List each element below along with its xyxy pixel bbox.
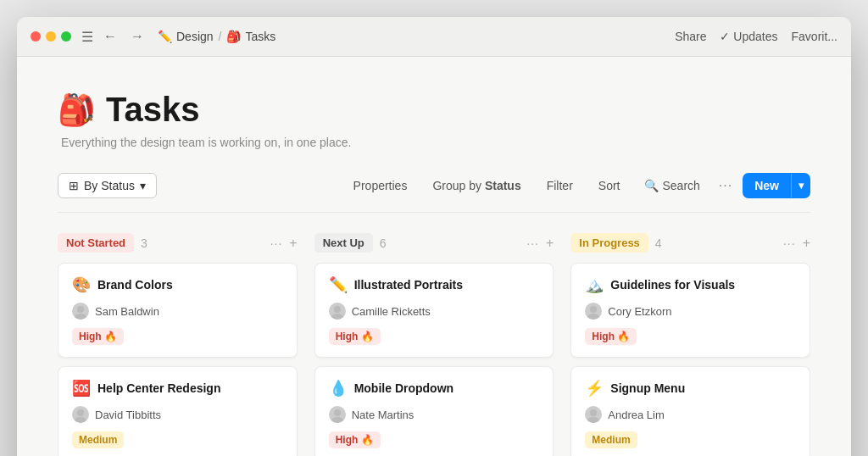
- group-by-button[interactable]: Group by Status: [422, 174, 531, 197]
- column-more-in-progress[interactable]: ···: [780, 235, 799, 252]
- avatar: [585, 303, 602, 320]
- column-header-not-started: Not Started 3 ··· +: [58, 233, 298, 253]
- svg-point-6: [334, 409, 341, 416]
- toolbar: ⊞ By Status ▾ Properties Group by Status…: [58, 173, 810, 213]
- more-options-button[interactable]: ···: [714, 175, 737, 197]
- column-status-not-started: Not Started: [58, 233, 134, 253]
- tasks-breadcrumb-icon: 🎒: [226, 30, 241, 43]
- card-next-up-1[interactable]: 💧 Mobile Dropdown Nate Martins High 🔥: [314, 366, 554, 456]
- properties-button[interactable]: Properties: [343, 174, 418, 197]
- card-title: Mobile Dropdown: [354, 381, 453, 395]
- sidebar-toggle-icon[interactable]: ☰: [81, 29, 93, 45]
- card-title-row: 💧 Mobile Dropdown: [329, 379, 540, 398]
- column-add-in-progress[interactable]: +: [803, 236, 810, 251]
- avatar: [329, 303, 346, 320]
- card-title: Help Center Redesign: [97, 381, 220, 395]
- column-status-next-up: Next Up: [314, 233, 373, 253]
- search-icon: 🔍: [644, 179, 659, 192]
- new-button-label: New: [743, 173, 791, 198]
- svg-point-5: [331, 314, 343, 320]
- board-view-icon: ⊞: [69, 179, 79, 192]
- column-actions-next-up: ··· +: [523, 235, 554, 252]
- page-icon: 🎒: [58, 92, 96, 128]
- svg-point-10: [590, 409, 597, 416]
- card-assignee: Andrea Lim: [585, 406, 796, 423]
- assignee-name: Camille Ricketts: [352, 305, 431, 318]
- column-next-up: Next Up 6 ··· + ✏️ Illustrated Portraits…: [314, 233, 554, 456]
- priority-badge: High 🔥: [329, 431, 381, 448]
- back-button[interactable]: ←: [100, 27, 120, 46]
- column-header-next-up: Next Up 6 ··· +: [314, 233, 554, 253]
- svg-point-7: [331, 417, 343, 423]
- breadcrumb-tasks[interactable]: 🎒 Tasks: [226, 30, 275, 43]
- card-title-row: 🎨 Brand Colors: [72, 275, 283, 294]
- board: Not Started 3 ··· + 🎨 Brand Colors Sam B…: [58, 233, 810, 456]
- priority-badge: High 🔥: [329, 328, 381, 345]
- updates-button[interactable]: ✓ Updates: [720, 30, 777, 43]
- svg-point-4: [334, 306, 341, 313]
- card-next-up-0[interactable]: ✏️ Illustrated Portraits Camille Rickett…: [314, 263, 554, 358]
- page-subtitle: Everything the design team is working on…: [61, 136, 810, 149]
- card-assignee: David Tibbitts: [72, 406, 283, 423]
- titlebar: ☰ ← → ✏️ Design / 🎒 Tasks Share ✓ Update…: [17, 17, 851, 57]
- priority-badge: High 🔥: [72, 328, 124, 345]
- svg-point-3: [75, 417, 86, 423]
- svg-point-11: [587, 417, 599, 423]
- column-more-next-up[interactable]: ···: [523, 235, 542, 252]
- share-button[interactable]: Share: [675, 30, 706, 43]
- avatar: [585, 406, 602, 423]
- assignee-name: Andrea Lim: [608, 409, 664, 421]
- column-more-not-started[interactable]: ···: [267, 235, 287, 252]
- card-title: Illustrated Portraits: [354, 278, 463, 292]
- view-selector[interactable]: ⊞ By Status ▾: [58, 173, 157, 198]
- column-in-progress: In Progress 4 ··· + 🏔️ Guidelines for Vi…: [570, 233, 810, 456]
- card-assignee: Camille Ricketts: [329, 303, 540, 320]
- card-title: Guidelines for Visuals: [610, 278, 735, 292]
- toolbar-left: ⊞ By Status ▾: [58, 173, 157, 198]
- card-not-started-0[interactable]: 🎨 Brand Colors Sam Baldwin High 🔥: [58, 263, 298, 358]
- maximize-button[interactable]: [61, 31, 71, 42]
- assignee-name: Sam Baldwin: [95, 305, 159, 318]
- svg-point-9: [587, 314, 599, 320]
- new-button[interactable]: New ▾: [743, 173, 810, 198]
- nav-controls: ☰ ← →: [81, 27, 147, 46]
- card-not-started-1[interactable]: 🆘 Help Center Redesign David Tibbitts Me…: [58, 366, 298, 456]
- breadcrumb-design[interactable]: ✏️ Design: [158, 30, 214, 43]
- forward-button[interactable]: →: [127, 27, 147, 46]
- toolbar-right: Properties Group by Status Filter Sort 🔍…: [343, 173, 810, 198]
- design-icon: ✏️: [158, 30, 172, 43]
- search-button[interactable]: 🔍 Search: [636, 174, 709, 197]
- app-window: ☰ ← → ✏️ Design / 🎒 Tasks Share ✓ Update…: [17, 17, 851, 456]
- column-add-not-started[interactable]: +: [289, 236, 297, 251]
- card-icon: 🆘: [72, 379, 91, 398]
- card-icon: ⚡: [585, 379, 604, 398]
- card-icon: 💧: [329, 379, 348, 398]
- page-header: 🎒 Tasks Everything the design team is wo…: [58, 91, 810, 149]
- card-icon: ✏️: [329, 275, 348, 294]
- svg-point-8: [590, 306, 597, 313]
- column-status-in-progress: In Progress: [570, 233, 648, 253]
- assignee-name: Cory Etzkorn: [608, 305, 671, 318]
- card-title-row: 🆘 Help Center Redesign: [72, 379, 283, 398]
- sort-button[interactable]: Sort: [588, 174, 631, 197]
- avatar: [72, 406, 89, 423]
- card-in-progress-0[interactable]: 🏔️ Guidelines for Visuals Cory Etzkorn H…: [570, 263, 810, 358]
- card-assignee: Nate Martins: [329, 406, 540, 423]
- svg-point-0: [77, 306, 84, 313]
- breadcrumb-separator: /: [219, 30, 222, 43]
- column-add-next-up[interactable]: +: [546, 236, 554, 251]
- close-button[interactable]: [31, 31, 41, 42]
- avatar: [329, 406, 346, 423]
- priority-badge: Medium: [72, 431, 124, 448]
- column-not-started: Not Started 3 ··· + 🎨 Brand Colors Sam B…: [58, 233, 298, 456]
- card-icon: 🏔️: [585, 275, 604, 294]
- card-in-progress-1[interactable]: ⚡ Signup Menu Andrea Lim Medium: [570, 366, 810, 456]
- priority-badge: Medium: [585, 431, 637, 448]
- card-assignee: Cory Etzkorn: [585, 303, 796, 320]
- minimize-button[interactable]: [46, 31, 56, 42]
- card-title-row: 🏔️ Guidelines for Visuals: [585, 275, 796, 294]
- filter-button[interactable]: Filter: [537, 174, 583, 197]
- page-title-row: 🎒 Tasks: [58, 91, 810, 129]
- view-chevron-icon: ▾: [140, 179, 146, 192]
- favorites-button[interactable]: Favorit...: [792, 30, 837, 43]
